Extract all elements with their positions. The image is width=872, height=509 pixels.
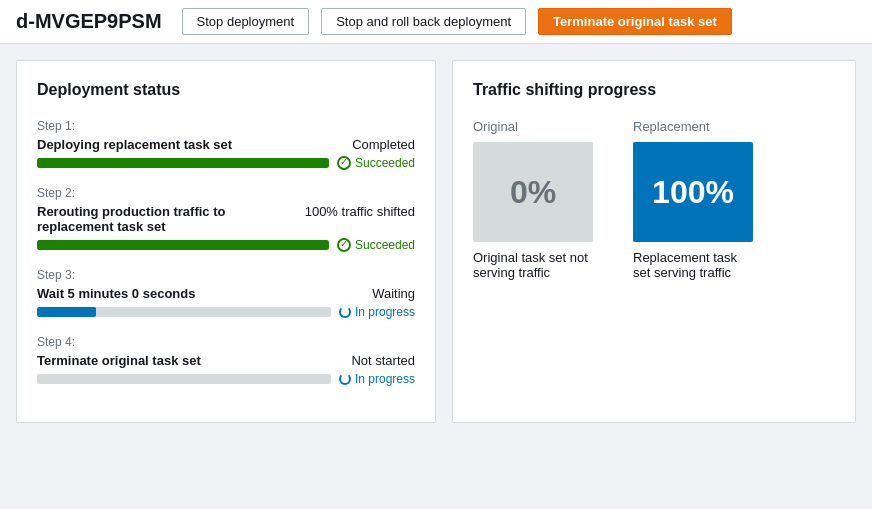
status-badge-3: In progress (339, 305, 415, 319)
spinner-icon (339, 306, 351, 318)
step-row-2: Rerouting production traffic to replacem… (37, 204, 415, 234)
step-status-text-3: Waiting (372, 286, 415, 301)
check-icon (337, 238, 351, 252)
progress-bar-bg-4 (37, 374, 331, 384)
step-label-1: Step 1: (37, 119, 415, 133)
traffic-columns: Original 0% Original task set not servin… (473, 119, 835, 280)
progress-bar-fill-1 (37, 158, 329, 168)
step-row-1: Deploying replacement task setCompleted (37, 137, 415, 152)
progress-bar-container-4: In progress (37, 372, 415, 386)
step-status-text-1: Completed (352, 137, 415, 152)
original-percent: 0% (510, 174, 556, 211)
original-desc: Original task set not serving traffic (473, 250, 593, 280)
succeeded-label: Succeeded (355, 238, 415, 252)
progress-bar-bg-3 (37, 307, 331, 317)
replacement-traffic-box: 100% (633, 142, 753, 242)
traffic-shifting-panel: Traffic shifting progress Original 0% Or… (452, 60, 856, 423)
replacement-traffic-col: Replacement 100% Replacement task set se… (633, 119, 753, 280)
steps-container: Step 1:Deploying replacement task setCom… (37, 119, 415, 386)
status-badge-4: In progress (339, 372, 415, 386)
step-name-3: Wait 5 minutes 0 seconds (37, 286, 195, 301)
replacement-desc: Replacement task set serving traffic (633, 250, 753, 280)
inprogress-label: In progress (355, 305, 415, 319)
deployment-status-panel: Deployment status Step 1:Deploying repla… (16, 60, 436, 423)
step-section-1: Step 1:Deploying replacement task setCom… (37, 119, 415, 170)
main-content: Deployment status Step 1:Deploying repla… (0, 44, 872, 439)
original-traffic-box: 0% (473, 142, 593, 242)
succeeded-label: Succeeded (355, 156, 415, 170)
original-traffic-col: Original 0% Original task set not servin… (473, 119, 593, 280)
deployment-status-title: Deployment status (37, 81, 415, 99)
step-section-4: Step 4:Terminate original task setNot st… (37, 335, 415, 386)
progress-bar-container-1: Succeeded (37, 156, 415, 170)
page-title: d-MVGEP9PSM (16, 10, 162, 33)
step-label-4: Step 4: (37, 335, 415, 349)
step-row-3: Wait 5 minutes 0 secondsWaiting (37, 286, 415, 301)
stop-deployment-button[interactable]: Stop deployment (182, 8, 310, 35)
step-name-1: Deploying replacement task set (37, 137, 232, 152)
inprogress-label: In progress (355, 372, 415, 386)
step-status-text-4: Not started (351, 353, 415, 368)
traffic-title: Traffic shifting progress (473, 81, 835, 99)
stop-rollback-button[interactable]: Stop and roll back deployment (321, 8, 526, 35)
step-name-2: Rerouting production traffic to replacem… (37, 204, 237, 234)
step-label-2: Step 2: (37, 186, 415, 200)
progress-bar-fill-3 (37, 307, 96, 317)
step-row-4: Terminate original task setNot started (37, 353, 415, 368)
check-icon (337, 156, 351, 170)
step-section-3: Step 3:Wait 5 minutes 0 secondsWaitingIn… (37, 268, 415, 319)
progress-bar-fill-2 (37, 240, 329, 250)
step-label-3: Step 3: (37, 268, 415, 282)
step-section-2: Step 2:Rerouting production traffic to r… (37, 186, 415, 252)
spinner-icon (339, 373, 351, 385)
status-badge-1: Succeeded (337, 156, 415, 170)
progress-bar-bg-2 (37, 240, 329, 250)
progress-bar-bg-1 (37, 158, 329, 168)
step-status-text-2: 100% traffic shifted (305, 204, 415, 219)
replacement-percent: 100% (652, 174, 734, 211)
step-name-4: Terminate original task set (37, 353, 201, 368)
original-col-label: Original (473, 119, 518, 134)
replacement-col-label: Replacement (633, 119, 710, 134)
progress-bar-container-2: Succeeded (37, 238, 415, 252)
page-header: d-MVGEP9PSM Stop deployment Stop and rol… (0, 0, 872, 44)
progress-bar-container-3: In progress (37, 305, 415, 319)
terminate-taskset-button[interactable]: Terminate original task set (538, 8, 732, 35)
status-badge-2: Succeeded (337, 238, 415, 252)
